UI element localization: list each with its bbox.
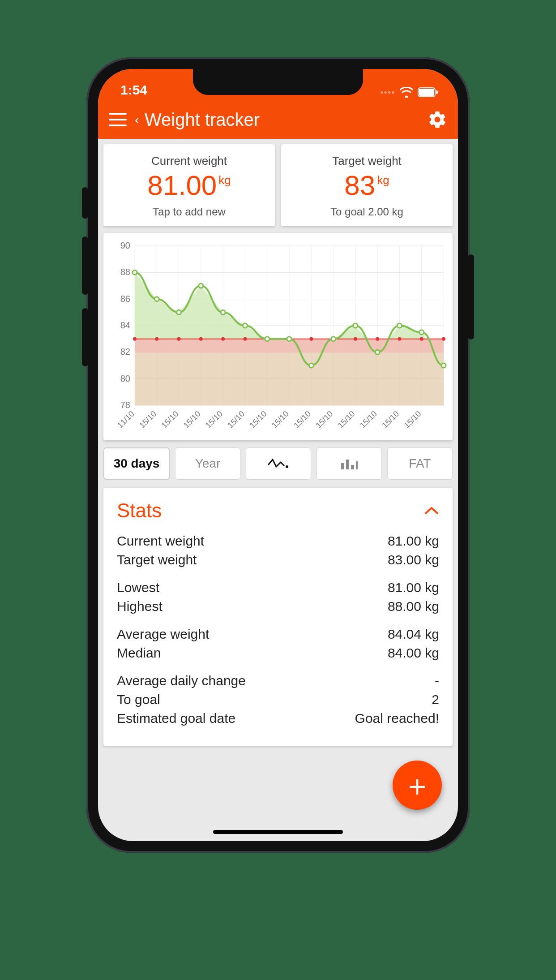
- svg-point-38: [177, 337, 181, 341]
- target-weight-card[interactable]: Target weight 83kg To goal 2.00 kg: [281, 144, 453, 226]
- svg-text:78: 78: [120, 400, 130, 410]
- svg-rect-82: [346, 460, 349, 469]
- svg-point-46: [354, 337, 357, 341]
- svg-text:15/10: 15/10: [137, 409, 158, 430]
- add-button[interactable]: ＋: [393, 761, 442, 810]
- svg-point-64: [419, 330, 424, 335]
- stats-list: Current weight81.00 kg Target weight83.0…: [117, 532, 439, 728]
- svg-point-60: [331, 337, 336, 341]
- svg-point-41: [243, 337, 247, 341]
- current-weight-unit: kg: [218, 173, 231, 187]
- battery-icon: [418, 87, 438, 97]
- stat-row: Current weight81.00 kg: [117, 532, 439, 550]
- svg-point-55: [221, 310, 225, 314]
- stat-row: Average daily change-: [117, 671, 439, 690]
- svg-text:15/10: 15/10: [270, 409, 291, 430]
- wifi-icon: [400, 87, 413, 98]
- side-button: [468, 254, 474, 340]
- current-weight-label: Current weight: [108, 154, 270, 168]
- stat-row: Highest88.00 kg: [117, 597, 439, 616]
- svg-text:15/10: 15/10: [248, 409, 269, 430]
- screen: 1:54 •••• ‹ Weight tracker: [98, 69, 458, 841]
- current-weight-sub: Tap to add new: [108, 206, 270, 218]
- svg-text:86: 86: [120, 294, 130, 304]
- svg-point-80: [286, 465, 288, 468]
- collapse-button[interactable]: [424, 505, 439, 516]
- svg-point-40: [221, 337, 225, 341]
- svg-text:15/10: 15/10: [402, 409, 423, 430]
- svg-point-52: [154, 297, 159, 301]
- bar-chart-icon: [340, 457, 358, 470]
- svg-point-63: [397, 323, 402, 328]
- target-weight-sub: To goal 2.00 kg: [286, 206, 448, 218]
- tab-year[interactable]: Year: [175, 447, 240, 480]
- svg-text:15/10: 15/10: [182, 409, 202, 430]
- stats-card: Stats Current weight81.00 kg Target weig…: [103, 488, 453, 746]
- svg-point-65: [441, 363, 446, 368]
- svg-point-59: [309, 363, 313, 368]
- svg-text:80: 80: [120, 374, 130, 383]
- target-weight-unit: kg: [377, 173, 389, 187]
- stat-row: Average weight84.04 kg: [117, 625, 439, 644]
- stat-row: To goal2: [117, 690, 439, 709]
- svg-point-50: [442, 337, 445, 341]
- svg-point-36: [133, 337, 137, 341]
- svg-point-51: [133, 270, 137, 275]
- menu-icon[interactable]: [109, 113, 127, 126]
- svg-text:11/10: 11/10: [115, 409, 136, 430]
- stat-row: Target weight83.00 kg: [117, 550, 439, 569]
- svg-text:15/10: 15/10: [292, 409, 312, 430]
- svg-text:15/10: 15/10: [358, 409, 379, 430]
- tab-line-chart[interactable]: [246, 447, 311, 480]
- page-title: Weight tracker: [145, 110, 260, 130]
- weight-chart[interactable]: 7880828486889011/1015/1015/1015/1015/101…: [103, 233, 453, 440]
- status-time: 1:54: [120, 82, 147, 98]
- side-button: [82, 236, 88, 295]
- stat-row: Estimated goal dateGoal reached!: [117, 709, 439, 728]
- svg-point-58: [287, 337, 291, 341]
- svg-point-37: [155, 337, 158, 341]
- svg-point-54: [199, 284, 203, 288]
- signal-dots-icon: ••••: [381, 88, 395, 97]
- svg-rect-83: [351, 465, 354, 469]
- stat-row: Median84.00 kg: [117, 644, 439, 662]
- svg-point-61: [353, 323, 358, 328]
- svg-rect-2: [436, 90, 438, 94]
- range-tabs: 30 days Year FAT: [103, 447, 453, 480]
- content: Current weight 81.00kg Tap to add new Ta…: [98, 139, 458, 841]
- stats-title: Stats: [117, 499, 162, 522]
- svg-point-62: [375, 350, 380, 354]
- svg-text:15/10: 15/10: [159, 409, 180, 430]
- svg-point-49: [420, 337, 423, 341]
- line-chart-icon: [267, 457, 290, 470]
- svg-point-53: [177, 310, 181, 314]
- current-weight-value: 81.00: [147, 170, 217, 201]
- side-button: [82, 187, 88, 219]
- target-weight-value: 83: [344, 170, 375, 201]
- svg-rect-1: [419, 89, 434, 96]
- side-button: [82, 308, 88, 366]
- svg-point-47: [376, 337, 379, 341]
- back-button[interactable]: ‹: [135, 112, 139, 127]
- svg-text:15/10: 15/10: [204, 409, 224, 430]
- svg-point-57: [265, 337, 269, 341]
- svg-text:88: 88: [120, 267, 130, 277]
- svg-rect-84: [356, 461, 358, 469]
- svg-point-48: [398, 337, 401, 341]
- svg-text:90: 90: [120, 241, 130, 250]
- tab-30-days[interactable]: 30 days: [103, 447, 170, 480]
- svg-text:15/10: 15/10: [226, 409, 246, 430]
- settings-button[interactable]: [428, 110, 447, 129]
- stat-row: Lowest81.00 kg: [117, 578, 439, 597]
- phone-frame: 1:54 •••• ‹ Weight tracker: [86, 57, 470, 853]
- current-weight-card[interactable]: Current weight 81.00kg Tap to add new: [103, 144, 275, 226]
- home-indicator[interactable]: [213, 830, 343, 834]
- notch: [193, 69, 363, 95]
- svg-point-39: [199, 337, 203, 341]
- tab-bar-chart[interactable]: [316, 447, 382, 480]
- svg-text:15/10: 15/10: [314, 409, 334, 430]
- chart-svg: 7880828486889011/1015/1015/1015/1015/101…: [108, 240, 448, 437]
- svg-text:84: 84: [120, 320, 130, 330]
- tab-fat[interactable]: FAT: [387, 447, 453, 480]
- svg-point-56: [243, 323, 247, 328]
